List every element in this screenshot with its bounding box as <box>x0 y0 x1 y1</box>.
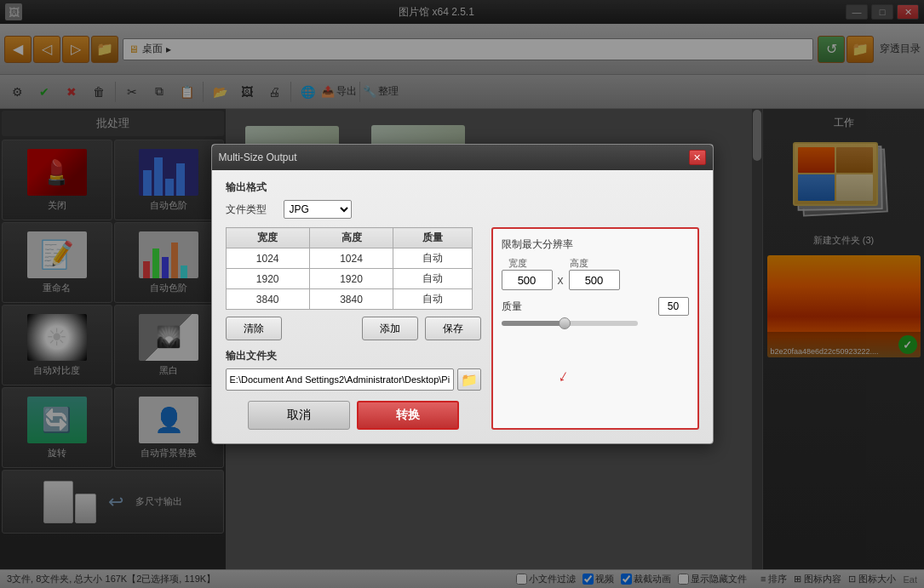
folder-browse-button[interactable]: 📁 <box>457 368 481 391</box>
col-header-quality: 质量 <box>393 228 472 248</box>
modal-close-button[interactable]: ✕ <box>689 150 706 165</box>
width-col-label: 宽度 <box>508 257 527 270</box>
height-col-label: 高度 <box>570 257 588 270</box>
file-type-row: 文件类型 JPG <box>226 200 699 219</box>
modal-title: Multi-Size Output <box>219 151 297 163</box>
output-path-row: 📁 <box>226 368 481 391</box>
add-button[interactable]: 添加 <box>362 317 418 340</box>
col-header-height: 高度 <box>309 228 393 248</box>
format-section-label: 输出格式 <box>226 180 699 195</box>
slider-track[interactable] <box>502 321 638 326</box>
modal-overlay: Multi-Size Output ✕ 输出格式 文件类型 JPG <box>0 0 924 588</box>
save-button[interactable]: 保存 <box>425 317 481 340</box>
table-action-row: 清除 添加 保存 <box>226 317 481 340</box>
slider-thumb[interactable] <box>559 317 571 329</box>
resolution-row: x <box>502 270 689 290</box>
resolution-section: 限制最大分辨率 宽度 高度 x 质量 <box>502 237 689 326</box>
limit-label: 限制最大分辨率 <box>502 237 689 252</box>
size-table: 宽度 高度 质量 1024 1024 自动 <box>226 227 473 310</box>
quality-input[interactable] <box>658 297 689 316</box>
file-type-label: 文件类型 <box>226 203 277 217</box>
cell: 自动 <box>393 248 472 269</box>
cell: 3840 <box>309 289 393 310</box>
cell: 1920 <box>226 269 309 289</box>
format-section: 输出格式 文件类型 JPG <box>226 180 699 219</box>
clear-button[interactable]: 清除 <box>226 317 282 340</box>
table-row: 3840 3840 自动 <box>226 289 472 310</box>
slider-container <box>502 321 689 326</box>
modal-right-col: 限制最大分辨率 宽度 高度 x 质量 <box>491 227 699 430</box>
x-separator: x <box>558 273 564 287</box>
res-col-headers: 宽度 高度 <box>502 257 689 270</box>
cell: 1024 <box>226 248 309 269</box>
col-header-width: 宽度 <box>226 228 309 248</box>
modal-content-area: 宽度 高度 质量 1024 1024 自动 <box>226 227 699 430</box>
cell: 3840 <box>226 289 309 310</box>
cell: 自动 <box>393 289 472 310</box>
width-input[interactable] <box>502 270 553 290</box>
output-path-input[interactable] <box>226 368 454 391</box>
file-type-select[interactable]: JPG <box>284 200 352 219</box>
convert-button[interactable]: 转换 <box>357 401 459 430</box>
modal-body: 输出格式 文件类型 JPG 宽度 高度 <box>212 170 713 443</box>
output-folder-section: 输出文件夹 📁 <box>226 349 481 391</box>
output-folder-label: 输出文件夹 <box>226 349 481 363</box>
modal-dialog: Multi-Size Output ✕ 输出格式 文件类型 JPG <box>211 144 714 444</box>
cell: 1024 <box>309 248 393 269</box>
quality-text-label: 质量 <box>502 300 522 314</box>
modal-titlebar: Multi-Size Output ✕ <box>212 145 713 170</box>
modal-left-col: 宽度 高度 质量 1024 1024 自动 <box>226 227 481 430</box>
height-input[interactable] <box>569 270 620 290</box>
cell: 自动 <box>393 269 472 289</box>
cell: 1920 <box>309 269 393 289</box>
table-row: 1920 1920 自动 <box>226 269 472 289</box>
table-row: 1024 1024 自动 <box>226 248 472 269</box>
quality-row: 质量 <box>502 297 689 316</box>
action-buttons-row: 取消 转换 <box>226 401 481 430</box>
cancel-button[interactable]: 取消 <box>248 401 350 430</box>
